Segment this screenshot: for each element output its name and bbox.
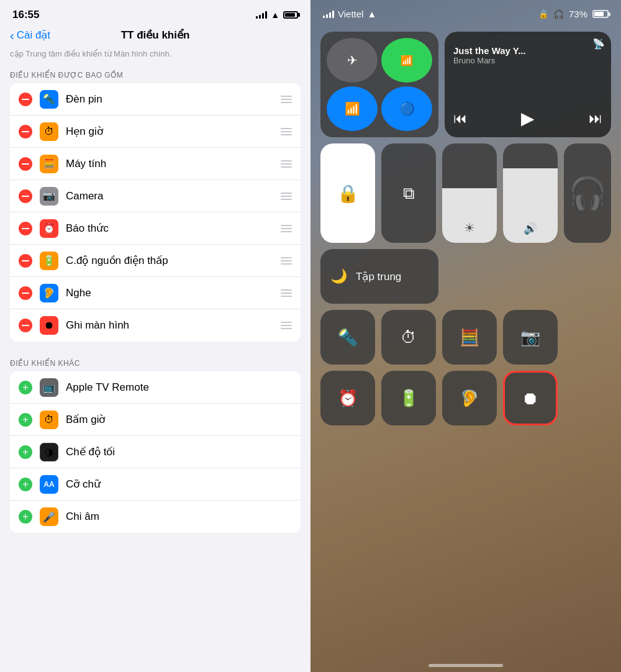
stopwatch-label: Bấm giờ	[66, 413, 292, 426]
drag-handle[interactable]	[281, 193, 292, 200]
lock-rotation-button[interactable]: 🔒	[320, 143, 375, 243]
cc-row-1: ✈ 📶 📶 🔵 📡 Just the Way Y... Bruno Mars ⏮…	[320, 32, 611, 137]
timer-cc-button[interactable]: ⏱	[381, 310, 436, 365]
wifi-white-icon: ▲	[367, 9, 376, 19]
list-item: 🧮 Máy tính	[10, 148, 301, 180]
drag-handle[interactable]	[281, 289, 292, 297]
other-controls-list: + 📺 Apple TV Remote + ⏱ Bấm giờ + ◑ Chế …	[10, 371, 301, 533]
remove-screenrec-button[interactable]	[19, 319, 32, 332]
remove-calculator-button[interactable]	[19, 157, 32, 171]
carrier-name: Viettel	[338, 9, 363, 19]
add-voiceover-button[interactable]: +	[19, 510, 32, 524]
voiceover-icon: 🎤	[40, 507, 58, 526]
airplay-icon[interactable]: 📡	[592, 38, 605, 50]
list-item: ⏱ Hẹn giờ	[10, 116, 301, 148]
textsize-label: Cỡ chữ	[66, 478, 292, 491]
connectivity-block[interactable]: ✈ 📶 📶 🔵	[320, 32, 438, 137]
wifi-icon: ▲	[271, 10, 279, 20]
darkmode-label: Chế độ tối	[66, 445, 292, 458]
calculator-cc-icon: 🧮	[460, 328, 479, 347]
screen-mirror-icon: ⧉	[403, 184, 415, 203]
appletv-label: Apple TV Remote	[66, 381, 292, 394]
page-title: TT điều khiển	[121, 29, 190, 42]
subtitle: cập Trung tâm điều khiển từ Màn hình chí…	[0, 47, 310, 66]
next-track-button[interactable]: ⏭	[589, 111, 602, 127]
drag-handle[interactable]	[281, 160, 292, 168]
hearing-cc-button[interactable]: 🦻	[442, 371, 497, 425]
flashlight-label: Đèn pin	[66, 93, 281, 106]
camera-icon: 📷	[40, 187, 58, 206]
list-item: 🔦 Đèn pin	[10, 83, 301, 116]
brightness-slider[interactable]: ☀	[442, 143, 497, 243]
list-item: ⏺ Ghi màn hình	[10, 309, 301, 342]
alarm-cc-button[interactable]: ⏰	[320, 371, 375, 425]
drag-handle[interactable]	[281, 225, 292, 232]
add-appletv-button[interactable]: +	[19, 381, 32, 394]
add-darkmode-button[interactable]: +	[19, 445, 32, 459]
remove-camera-button[interactable]	[19, 189, 32, 203]
airplane-mode-button[interactable]: ✈	[327, 38, 378, 83]
back-label: Cài đặt	[17, 29, 50, 42]
cellular-button[interactable]: 📶	[381, 38, 432, 83]
camera-label: Camera	[66, 190, 281, 202]
appletv-icon: 📺	[40, 378, 58, 397]
lowpower-label: C.độ nguồn điện thấp	[66, 254, 281, 267]
remove-timer-button[interactable]	[19, 125, 32, 138]
focus-button[interactable]: 🌙 Tập trung	[320, 249, 438, 304]
settings-panel: 16:55 ▲ ‹ Cài đặt TT điều khiển cập Trun…	[0, 0, 310, 672]
play-button[interactable]: ▶	[521, 108, 535, 129]
flashlight-cc-button[interactable]: 🔦	[320, 310, 375, 365]
included-section-header: ĐIỀU KHIỂN ĐƯỢC BAO GỒM	[0, 66, 310, 83]
volume-icon: 🔊	[524, 222, 537, 235]
lowpower-cc-button[interactable]: 🔋	[381, 371, 436, 425]
camera-cc-button[interactable]: 📷	[503, 310, 558, 365]
drag-handle[interactable]	[281, 128, 292, 135]
control-center-panel: Viettel ▲ 🔒 🎧 73% ✈ 📶 📶 🔵 📡	[310, 0, 621, 672]
screenrecord-cc-button[interactable]: ⏺	[503, 371, 558, 425]
remove-flashlight-button[interactable]	[19, 93, 32, 106]
drag-handle[interactable]	[281, 322, 292, 329]
stopwatch-icon: ⏱	[40, 411, 58, 429]
lock-rotation-icon: 🔒	[337, 183, 359, 204]
right-status-right: 🔒 🎧 73%	[538, 9, 609, 19]
battery-percent: 73%	[569, 9, 587, 19]
list-item: 🔋 C.độ nguồn điện thấp	[10, 245, 301, 277]
lowpower-cc-icon: 🔋	[399, 389, 419, 408]
music-info: Just the Way Y... Bruno Mars	[453, 40, 602, 65]
textsize-icon: AA	[40, 475, 58, 494]
signal-bars-icon	[256, 11, 267, 19]
timer-icon: ⏱	[40, 122, 58, 141]
list-item: ⏰ Báo thức	[10, 212, 301, 245]
left-status-icons: ▲	[256, 10, 298, 20]
calculator-cc-button[interactable]: 🧮	[442, 310, 497, 365]
cc-row-4: 🔦 ⏱ 🧮 📷	[320, 310, 611, 365]
screenrec-label: Ghi màn hình	[66, 319, 281, 332]
add-textsize-button[interactable]: +	[19, 478, 32, 491]
right-status-bar: Viettel ▲ 🔒 🎧 73%	[310, 0, 621, 24]
volume-slider[interactable]: 🔊	[503, 143, 558, 243]
drag-handle[interactable]	[281, 96, 292, 103]
remove-alarm-button[interactable]	[19, 222, 32, 235]
included-controls-list: 🔦 Đèn pin ⏱ Hẹn giờ 🧮 Máy tính 📷 Camera	[10, 83, 301, 342]
alarm-label: Báo thức	[66, 222, 281, 235]
signal-bars-white-icon	[323, 11, 334, 18]
previous-track-button[interactable]: ⏮	[453, 111, 467, 127]
screenrecord-cc-icon: ⏺	[522, 388, 539, 409]
left-time: 16:55	[12, 9, 39, 21]
add-stopwatch-button[interactable]: +	[19, 413, 32, 427]
list-item: + 📺 Apple TV Remote	[10, 371, 301, 404]
list-item: 🦻 Nghe	[10, 277, 301, 309]
timer-label: Hẹn giờ	[66, 125, 281, 138]
calculator-label: Máy tính	[66, 158, 281, 170]
bluetooth-button[interactable]: 🔵	[381, 86, 432, 131]
remove-lowpower-button[interactable]	[19, 254, 32, 268]
back-button[interactable]: ‹ Cài đặt	[10, 29, 50, 42]
wifi-cc-button[interactable]: 📶	[327, 86, 378, 131]
remove-hearing-button[interactable]	[19, 286, 32, 300]
hearing-label: Nghe	[66, 287, 281, 299]
music-artist: Bruno Mars	[453, 56, 602, 65]
airpods-block[interactable]: 🎧	[564, 143, 611, 243]
music-block[interactable]: 📡 Just the Way Y... Bruno Mars ⏮ ▶ ⏭	[445, 32, 611, 137]
screen-mirror-button[interactable]: ⧉	[381, 143, 436, 243]
drag-handle[interactable]	[281, 257, 292, 265]
